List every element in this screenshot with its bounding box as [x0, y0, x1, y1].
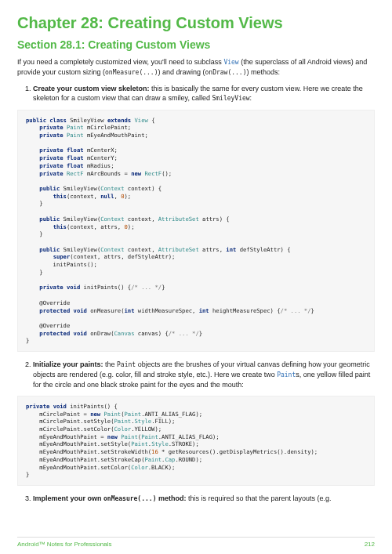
section-title: Section 28.1: Creating Custom Views [17, 38, 375, 51]
step-3-text: this is required so that the parent layo… [186, 494, 331, 502]
step-1: Create your custom view skeleton: this i… [33, 84, 375, 103]
smileyview-inline: SmileyView [212, 95, 249, 102]
footer-page-number: 212 [365, 541, 375, 548]
intro-text-4: ) methods: [247, 68, 281, 76]
paint-link[interactable]: Paint [277, 371, 296, 378]
step-2-title: Initialize your paints: [33, 360, 103, 368]
step-3: Implement your own onMeasure(...) method… [33, 494, 375, 504]
intro-text: If you need a completely customized view… [17, 58, 223, 66]
intro-text-3: ) and drawing ( [158, 68, 205, 76]
code-block-1: public class SmileyView extends View { p… [17, 110, 375, 353]
step-3-title-1: Implement your own [33, 494, 103, 502]
step-2: Initialize your paints: the Paint object… [33, 360, 375, 389]
view-link[interactable]: View [223, 59, 238, 66]
onmeasure-bold-inline: onMeasure(...) [103, 495, 156, 502]
step-1-tail: : [250, 94, 252, 102]
step-1-title: Create your custom view skeleton: [33, 85, 150, 92]
footer-left: Android™ Notes for Professionals [17, 541, 112, 548]
code-block-2: private void initPaints() { mCirclePaint… [17, 396, 375, 486]
step-3-title-2: method: [156, 494, 186, 502]
step-2-text-1: the [103, 360, 118, 368]
chapter-title: Chapter 28: Creating Custom Views [17, 14, 375, 32]
paint-inline-1: Paint [117, 361, 136, 368]
onmeasure-inline: onMeasure(...) [105, 69, 158, 76]
ondraw-inline: onDraw(...) [205, 69, 247, 76]
intro-paragraph: If you need a completely customized view… [17, 57, 375, 78]
page-footer: Android™ Notes for Professionals 212 [17, 537, 375, 548]
